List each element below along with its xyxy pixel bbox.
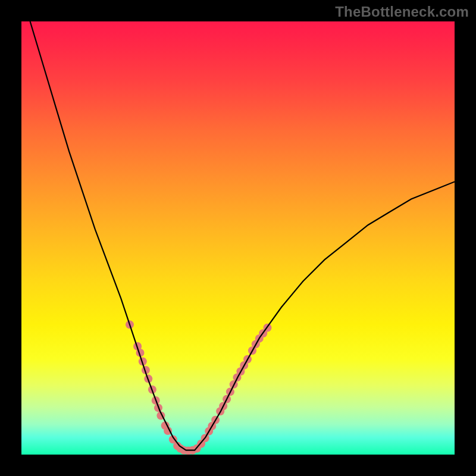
plot-area — [21, 21, 455, 455]
marker-points-layer — [126, 321, 272, 455]
chart-frame: TheBottleneck.com — [0, 0, 476, 476]
chart-svg — [21, 21, 455, 455]
bottleneck-curve-line — [30, 21, 455, 450]
watermark-text: TheBottleneck.com — [335, 4, 469, 20]
